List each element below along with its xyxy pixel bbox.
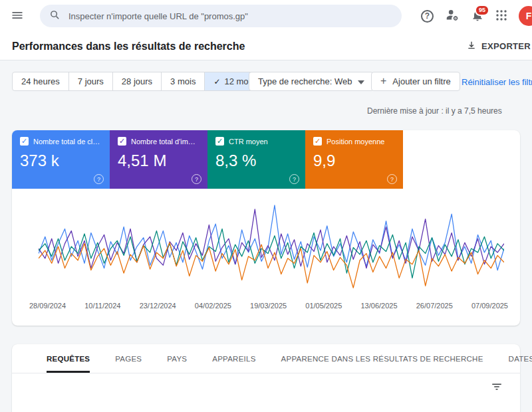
search-console-performance-page: 95 F Performances dans les résultats de … <box>0 0 532 412</box>
plus-icon <box>380 76 386 86</box>
dimension-tabs: REQUÊTES PAGES PAYS APPAREILS APPARENCE … <box>12 344 520 373</box>
notifications-button[interactable]: 95 <box>471 9 484 24</box>
help-icon[interactable] <box>289 174 299 184</box>
chip-label: 7 jours <box>78 76 104 86</box>
x-axis-label: 19/03/2025 <box>250 302 287 310</box>
export-button[interactable]: EXPORTER <box>466 40 531 52</box>
table-filter-button[interactable] <box>491 381 503 395</box>
person-gear-icon <box>445 8 460 25</box>
metric-label: Position moyenne <box>327 138 384 146</box>
metric-value: 4,51 M <box>118 152 200 170</box>
metric-cards-row: Nombre total de clics 373 k Nombre total… <box>12 130 520 189</box>
search-icon <box>49 9 61 23</box>
x-axis-label: 23/12/2024 <box>140 302 176 310</box>
topbar: 95 F <box>0 0 532 32</box>
tab-pays[interactable]: PAYS <box>167 344 187 373</box>
metric-label: CTR moyen <box>229 138 268 146</box>
header-zone: 95 F Performances dans les résultats de … <box>0 0 532 60</box>
manage-accounts-button[interactable] <box>445 8 460 25</box>
tab-apparence[interactable]: APPARENCE DANS LES RÉSULTATS DE RECHERCH… <box>281 344 483 373</box>
help-icon[interactable] <box>192 174 201 184</box>
reset-filters-link[interactable]: Réinitialiser les filtres <box>462 72 532 92</box>
metric-card-clicks[interactable]: Nombre total de clics 373 k <box>12 130 110 189</box>
table-toolbar <box>12 373 520 401</box>
metric-label: Nombre total d'impressions <box>131 138 199 146</box>
metric-card-ctr[interactable]: CTR moyen 8,3 % <box>207 130 305 189</box>
search-input[interactable] <box>68 11 392 21</box>
menu-button[interactable] <box>11 9 24 24</box>
topbar-actions: 95 F <box>421 6 532 26</box>
checkbox-checked-icon[interactable] <box>20 137 29 146</box>
tab-pages[interactable]: PAGES <box>115 344 142 373</box>
filter-list-icon <box>491 381 503 395</box>
x-axis-label: 04/02/2025 <box>195 302 231 310</box>
page-title: Performances dans les résultats de reche… <box>12 41 245 52</box>
title-row: Performances dans les résultats de reche… <box>0 32 532 60</box>
check-icon <box>213 77 220 86</box>
tab-appareils[interactable]: APPAREILS <box>212 344 255 373</box>
date-range-group: 24 heures 7 jours 28 jours 3 mois 12 moi… <box>12 72 264 91</box>
chip-label: Type de recherche: Web <box>258 76 352 86</box>
chip-label: 24 heures <box>21 76 60 86</box>
avatar[interactable]: F <box>519 6 532 26</box>
help-icon[interactable] <box>94 174 104 184</box>
x-axis-label: 28/09/2024 <box>29 302 66 310</box>
chip-label: 28 jours <box>122 76 152 86</box>
chip-label: 3 mois <box>170 76 196 86</box>
url-inspect-search[interactable] <box>40 5 402 27</box>
metric-label: Nombre total de clics <box>33 138 101 146</box>
date-range-3m[interactable]: 3 mois <box>161 72 204 90</box>
x-axis-label: 10/11/2024 <box>84 302 120 310</box>
help-icon[interactable] <box>387 174 397 184</box>
help-button[interactable] <box>421 10 434 23</box>
add-filter-button[interactable]: Ajouter un filtre <box>371 72 460 91</box>
performance-chart <box>39 199 504 298</box>
chip-label: Ajouter un filtre <box>392 76 450 86</box>
download-icon <box>466 40 477 52</box>
grid-icon <box>495 9 507 23</box>
tab-requetes[interactable]: REQUÊTES <box>47 344 90 373</box>
hamburger-icon <box>11 9 24 24</box>
chevron-down-icon <box>358 76 364 86</box>
notification-badge: 95 <box>475 5 489 16</box>
metric-value: 8,3 % <box>215 152 297 170</box>
tab-dates[interactable]: DATES <box>509 344 532 373</box>
x-axis-label: 26/07/2025 <box>416 302 453 310</box>
metric-value: 373 k <box>20 152 102 170</box>
performance-panel: Nombre total de clics 373 k Nombre total… <box>12 130 520 326</box>
export-label: EXPORTER <box>481 41 531 51</box>
checkbox-checked-icon[interactable] <box>215 137 224 146</box>
last-update-text: Dernière mise à jour : il y a 7,5 heures <box>367 106 502 116</box>
date-range-28j[interactable]: 28 jours <box>112 72 161 90</box>
help-icon <box>421 10 434 23</box>
apps-grid-button[interactable] <box>495 9 507 23</box>
x-axis-label: 07/09/2025 <box>471 302 508 310</box>
date-range-7j[interactable]: 7 jours <box>68 72 112 90</box>
dimensions-panel: REQUÊTES PAGES PAYS APPAREILS APPARENCE … <box>12 344 520 412</box>
metric-card-position[interactable]: Position moyenne 9,9 <box>305 130 403 189</box>
checkbox-checked-icon[interactable] <box>118 137 126 146</box>
search-type-filter[interactable]: Type de recherche: Web <box>249 72 374 91</box>
metric-value: 9,9 <box>313 152 395 170</box>
x-axis-label: 01/05/2025 <box>305 302 342 310</box>
checkbox-checked-icon[interactable] <box>313 137 322 146</box>
date-range-24h[interactable]: 24 heures <box>13 72 68 90</box>
x-axis-label: 13/06/2025 <box>361 302 398 310</box>
metric-card-impressions[interactable]: Nombre total d'impressions 4,51 M <box>110 130 207 189</box>
chart-x-axis: 28/09/2024 10/11/2024 23/12/2024 04/02/2… <box>29 302 508 310</box>
